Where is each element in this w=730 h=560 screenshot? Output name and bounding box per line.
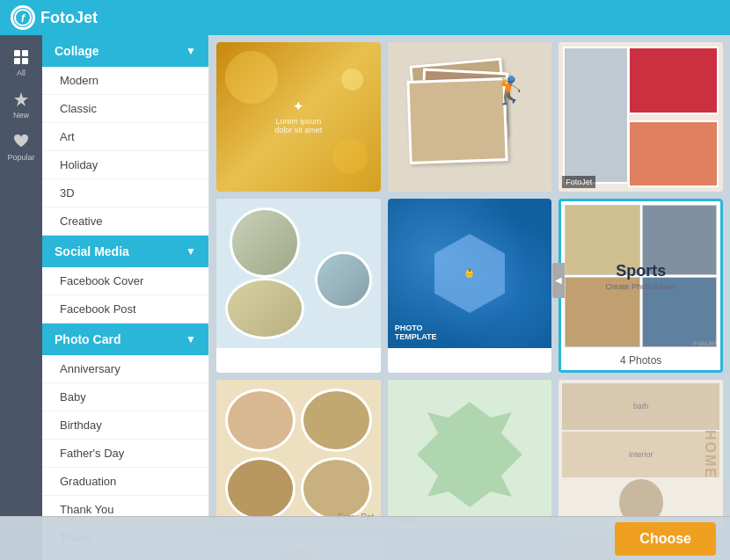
sidebar: Collage ▼ Modern Classic Art Holiday 3D … [42,35,209,560]
template-card-4[interactable] [216,199,381,373]
sidebar-item-baby[interactable]: Baby [42,383,208,411]
sidebar-item-holiday[interactable]: Holiday [42,151,208,179]
sidebar-item-art[interactable]: Art [42,123,208,151]
photo-card-chevron: ▼ [186,333,196,345]
sidebar-item-3d[interactable]: 3D [42,179,208,207]
collage-chevron: ▼ [186,45,196,57]
template-card-8[interactable]: FotoJet [388,380,552,529]
svg-rect-3 [22,50,28,56]
template-card-2[interactable]: 🏌️ [388,42,552,192]
sidebar-section-collage[interactable]: Collage ▼ [42,35,208,67]
template-grid-area: ✦ Lorem ipsumdolor sit amet [209,35,730,560]
logo-icon: f [11,5,35,30]
sidebar-item-facebook-post[interactable]: Facebook Post [42,295,208,324]
template-grid: ✦ Lorem ipsumdolor sit amet [216,42,723,560]
collage-section-label: Collage [55,44,99,58]
template-card-9[interactable]: bath interior HOME [558,380,723,529]
sidebar-item-anniversary[interactable]: Anniversary [42,355,208,383]
template-card-1[interactable]: ✦ Lorem ipsumdolor sit amet [216,42,381,192]
photo-card-section-label: Photo Card [55,332,120,346]
icon-new[interactable]: New [0,84,42,125]
svg-rect-5 [22,58,28,64]
template-card-6[interactable]: Sports Create Photo Album FotoJet 4 Phot… [558,199,723,373]
social-media-section-label: Social Media [55,244,129,258]
sidebar-item-creative[interactable]: Creative [42,207,208,236]
icon-popular-label: Popular [7,153,34,162]
social-media-chevron: ▼ [186,245,196,258]
grid-icon [11,47,31,67]
app-name: FotoJet [40,9,98,27]
sidebar-section-photo-card[interactable]: Photo Card ▼ [42,324,208,355]
sidebar-item-facebook-cover[interactable]: Facebook Cover [42,267,208,295]
sidebar-section-social-media[interactable]: Social Media ▼ [42,236,208,267]
main-layout: All New Popular Collage ▼ Modern [0,35,730,560]
choose-button[interactable]: Choose [615,522,716,556]
icon-new-label: New [13,111,29,120]
template-card-7[interactable]: Furry Pet [216,380,381,529]
sidebar-item-birthday[interactable]: Birthday [42,411,208,440]
icon-all-label: All [17,69,26,77]
icon-all[interactable]: All [0,42,42,83]
new-icon [11,90,31,109]
app-logo: f FotoJet [11,5,98,30]
svg-rect-2 [14,50,20,56]
svg-text:f: f [21,12,26,25]
sidebar-scroll-arrow[interactable]: ◀ [552,263,565,298]
sidebar-item-classic[interactable]: Classic [42,95,208,123]
svg-marker-6 [14,92,28,106]
sidebar-item-graduation[interactable]: Graduation [42,468,208,496]
template-card-3[interactable]: FotoJet [558,42,723,192]
template-4photos-label: 4 Photos [561,351,720,370]
template-card-5[interactable]: 👶 PHOTOTEMPLATE [388,199,552,373]
sidebar-item-fathers-day[interactable]: Father's Day [42,440,208,468]
app-header: f FotoJet [0,0,730,35]
icon-popular[interactable]: Popular [0,127,42,167]
sidebar-item-modern[interactable]: Modern [42,67,208,95]
svg-rect-4 [14,58,20,64]
icon-panel: All New Popular [0,35,42,560]
bottom-bar: Choose [0,516,730,560]
heart-icon [11,132,31,151]
